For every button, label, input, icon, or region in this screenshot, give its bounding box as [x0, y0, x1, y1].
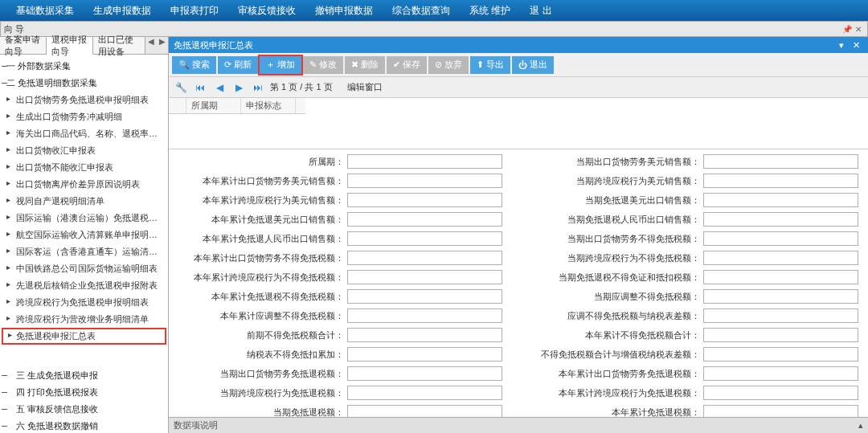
grid-col[interactable]: 申报标志 — [241, 98, 296, 113]
form-label: 本年累计跨境应税行为不得免抵税额： — [178, 272, 347, 284]
form-input[interactable] — [703, 347, 858, 362]
edit-icon: ✎ — [309, 59, 317, 70]
form-input[interactable] — [347, 366, 502, 381]
form-input[interactable] — [703, 289, 858, 304]
form-input[interactable] — [703, 270, 858, 284]
form-input[interactable] — [703, 212, 858, 227]
menu-item[interactable]: 审核反馈接收 — [228, 4, 305, 18]
tree-group[interactable]: 四 打印免抵退税报表 — [2, 384, 166, 401]
edit-button: ✎修改 — [303, 56, 343, 74]
form-input[interactable] — [703, 366, 858, 381]
form-input[interactable] — [347, 270, 502, 284]
form-label: 当期出口货物劳务美元销售额： — [534, 156, 703, 168]
tree-item[interactable]: 出口货物不能收汇申报表 — [2, 159, 166, 176]
form-input[interactable] — [347, 308, 502, 323]
tree-item[interactable]: 中国铁路总公司国际货物运输明细表 — [2, 260, 166, 277]
tree-item[interactable]: 生成出口货物劳务冲减明细 — [2, 108, 166, 125]
prev-page-icon[interactable]: ◀ — [212, 80, 227, 95]
form-row: 本年累计免抵退税不得免抵税额： — [178, 288, 502, 305]
form-input[interactable] — [347, 289, 502, 304]
tab-next-icon[interactable]: ▶ — [157, 37, 168, 54]
tree-item[interactable]: 先退税后核销企业免抵退税申报附表 — [2, 277, 166, 294]
tree-item[interactable]: 出口货物收汇申报表 — [2, 142, 166, 159]
form-input[interactable] — [703, 193, 858, 207]
menu-item[interactable]: 基础数据采集 — [6, 4, 84, 18]
tab-prev-icon[interactable]: ◀ — [145, 37, 157, 54]
search-button[interactable]: 🔍搜索 — [172, 56, 216, 74]
form-input[interactable] — [703, 251, 858, 265]
form-input[interactable] — [703, 154, 858, 169]
form-input[interactable] — [703, 328, 858, 342]
form-label: 当期免抵退税额： — [178, 406, 347, 418]
form-row: 当期出口货物劳务免抵退税额： — [178, 365, 502, 382]
tree-item[interactable]: 视同自产退税明细清单 — [2, 193, 166, 210]
tab[interactable]: 备案申请向导 — [0, 37, 47, 54]
form-input[interactable] — [347, 386, 502, 400]
menu-item[interactable]: 撤销申报数据 — [305, 4, 383, 18]
delete-icon: ✖ — [351, 59, 358, 70]
menu-item[interactable]: 退 出 — [520, 4, 561, 18]
form-input[interactable] — [347, 212, 502, 227]
form-input[interactable] — [347, 174, 502, 188]
form-row: 本年累计免抵退美元出口销售额： — [178, 210, 502, 228]
tree-group[interactable]: 一 外部数据采集 — [2, 58, 166, 75]
tree-item[interactable]: 跨境应税行为免抵退税申报明细表 — [2, 294, 166, 311]
expand-icon[interactable]: ▴ — [858, 420, 863, 431]
exit-button[interactable]: ⏻退出 — [512, 56, 554, 74]
tab[interactable]: 退税申报向导 — [47, 37, 93, 55]
form-input[interactable] — [703, 405, 858, 417]
tab[interactable]: 出口已使用设备 — [93, 37, 145, 54]
form-input[interactable] — [703, 386, 858, 400]
menu-item[interactable]: 系统 维护 — [460, 4, 520, 18]
tree-group[interactable]: 二 免抵退明细数据采集 — [2, 75, 166, 92]
tree-item[interactable]: 国际运输（港澳台运输）免抵退税申报明细表 — [2, 210, 166, 227]
tree-item[interactable]: 跨境应税行为营改增业务明细清单 — [2, 311, 166, 328]
pin-icon[interactable]: 📌 — [841, 23, 853, 35]
form-row: 所属期： — [178, 153, 502, 170]
form-input[interactable] — [347, 193, 502, 207]
search-icon: 🔍 — [178, 59, 190, 70]
add-button[interactable]: ＋增加 — [260, 56, 301, 74]
tree-item[interactable]: 出口货物劳务免抵退税申报明细表 — [2, 92, 166, 108]
sidebar: 备案申请向导 退税申报向导 出口已使用设备 ◀ ▶ 一 外部数据采集 二 免抵退… — [0, 37, 169, 433]
form-input[interactable] — [703, 308, 858, 323]
close-icon[interactable]: ✕ — [849, 40, 863, 51]
tree-group[interactable]: 六 免抵退税数据撤销 — [2, 418, 166, 433]
form-input[interactable] — [347, 231, 502, 246]
discard-button: ⊘放弃 — [428, 56, 469, 74]
form-input[interactable] — [703, 174, 858, 188]
form-row: 不得免抵税额合计与增值税纳税表差额： — [534, 345, 858, 363]
wrench-icon[interactable]: 🔧 — [174, 80, 188, 95]
tree-item[interactable]: 海关出口商品代码、名称、退税率调整对应表 — [2, 125, 166, 142]
refresh-button[interactable]: ⟳刷新 — [218, 56, 258, 74]
tree-item[interactable]: 国际客运（含香港直通车）运输清算组件明细表 — [2, 243, 166, 260]
next-page-icon[interactable]: ▶ — [231, 80, 246, 95]
menu-item[interactable]: 综合数据查询 — [383, 4, 460, 18]
form-label: 本年累计出口货物劳务免抵退税额： — [534, 368, 703, 380]
tree-item-summary[interactable]: 免抵退税申报汇总表 — [2, 328, 166, 345]
minimize-icon[interactable]: ▾ — [834, 40, 849, 51]
form-input[interactable] — [347, 251, 502, 265]
menu-item[interactable]: 生成申报数据 — [84, 4, 161, 18]
export-button[interactable]: ⬆导出 — [470, 56, 510, 74]
form-input[interactable] — [347, 154, 502, 169]
form-label: 本年累计跨境应税行为免抵退税额： — [534, 387, 703, 399]
form-input[interactable] — [347, 328, 502, 342]
form-row: 当期出口货物劳务不得免抵税额： — [534, 230, 858, 247]
tree-item[interactable]: 出口货物离岸价差异原因说明表 — [2, 176, 166, 193]
form-row: 当期跨境应税行为不得免抵税额： — [534, 249, 858, 267]
form-input[interactable] — [347, 405, 502, 417]
tree-item[interactable]: 航空国际运输收入清算账单申报明细表 — [2, 227, 166, 243]
form-input[interactable] — [703, 231, 858, 246]
form-label: 本年累计出口货物劳务美元销售额： — [178, 175, 347, 187]
last-page-icon[interactable]: ⏭ — [251, 80, 265, 95]
menu-item[interactable]: 申报表打印 — [161, 4, 228, 18]
tree-group[interactable]: 三 生成免抵退税申报 — [2, 367, 166, 384]
first-page-icon[interactable]: ⏮ — [193, 80, 207, 95]
grid-col[interactable]: 所属期 — [186, 98, 241, 113]
form-row: 本年累计跨境应税行为不得免抵税额： — [178, 268, 502, 286]
close-icon[interactable]: ✕ — [853, 23, 864, 35]
tree-group[interactable]: 五 审核反馈信息接收 — [2, 401, 166, 418]
form-input[interactable] — [347, 347, 502, 362]
form-label: 本年累计免抵退美元出口销售额： — [178, 214, 347, 226]
